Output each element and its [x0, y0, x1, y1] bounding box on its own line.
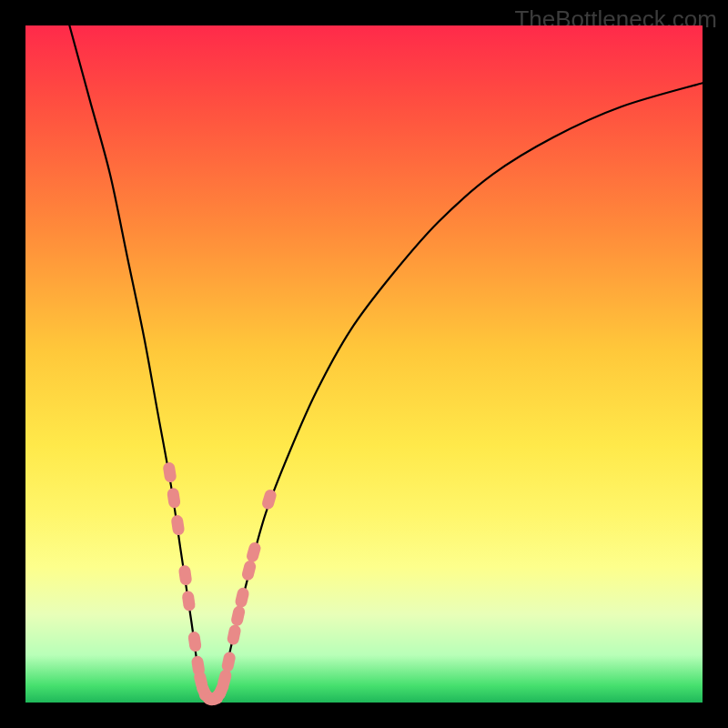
highlight-point — [260, 488, 278, 511]
highlight-point — [241, 560, 258, 582]
highlight-point — [167, 487, 181, 509]
highlight-point — [181, 591, 196, 612]
highlight-points — [25, 25, 703, 703]
highlight-point — [230, 605, 246, 627]
highlight-point — [187, 631, 202, 652]
highlight-point — [178, 564, 193, 586]
highlight-point — [170, 514, 185, 536]
highlight-point — [221, 651, 237, 672]
chart-frame: TheBottleneck.com — [0, 0, 728, 728]
highlight-point — [162, 461, 177, 483]
highlight-point — [227, 624, 242, 646]
highlight-point — [245, 541, 262, 563]
plot-area — [25, 25, 703, 703]
highlight-point — [234, 586, 250, 608]
